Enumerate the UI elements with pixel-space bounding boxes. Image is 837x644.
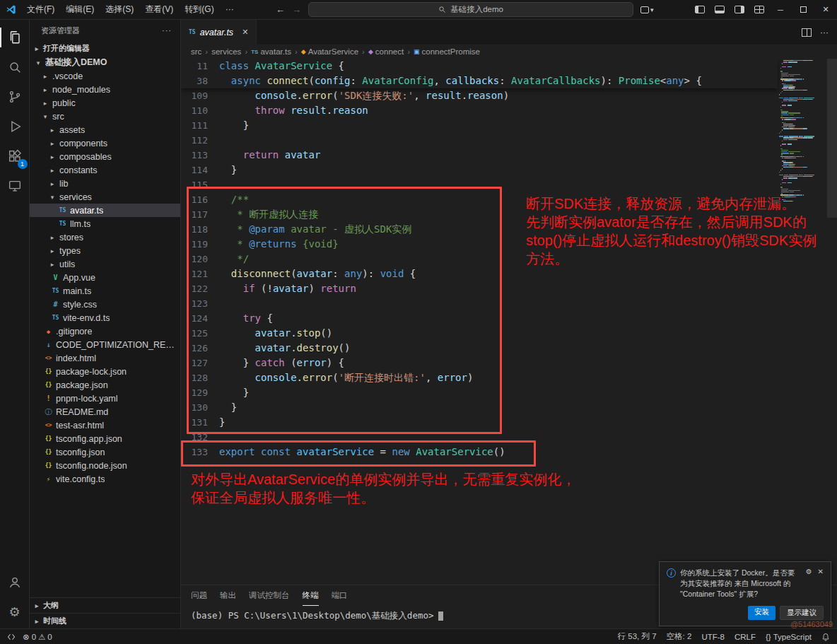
show-recommendations-button[interactable]: 显示建议 bbox=[780, 606, 824, 620]
maximize-button[interactable] bbox=[792, 0, 814, 19]
tree-item-composables[interactable]: ▸composables bbox=[30, 150, 180, 163]
breadcrumb-avatar.ts[interactable]: TSavatar.ts bbox=[251, 47, 291, 56]
tree-item-src[interactable]: ▾src bbox=[30, 110, 180, 123]
tree-item-tsconfig.app.json[interactable]: {}tsconfig.app.json bbox=[30, 432, 180, 445]
tree-item-App.vue[interactable]: VApp.vue bbox=[30, 271, 180, 284]
editor-scrollbar[interactable] bbox=[827, 59, 837, 585]
activity-search[interactable] bbox=[0, 52, 30, 82]
breadcrumb-services[interactable]: services bbox=[211, 47, 241, 56]
tree-item-llm.ts[interactable]: TSllm.ts bbox=[30, 217, 180, 230]
notification-gear-icon[interactable]: ⚙ bbox=[806, 568, 812, 575]
tree-item-components[interactable]: ▸components bbox=[30, 136, 180, 150]
tree-item-types[interactable]: ▸types bbox=[30, 244, 180, 257]
close-window-button[interactable]: ✕ bbox=[814, 0, 837, 19]
tree-item-tsconfig.node.json[interactable]: {}tsconfig.node.json bbox=[30, 459, 180, 472]
outline-section[interactable]: ▸ 大纲 bbox=[30, 597, 180, 613]
tree-item-基础接入DEMO[interactable]: ▾基础接入DEMO bbox=[30, 56, 180, 69]
tree-label: vite-env.d.ts bbox=[63, 313, 110, 323]
timeline-section[interactable]: ▸ 时间线 bbox=[30, 613, 180, 628]
menubar-item-转到(G)[interactable]: 转到(G) bbox=[179, 0, 219, 19]
breadcrumb-AvatarService[interactable]: ◆AvatarService bbox=[301, 47, 358, 56]
code-text bbox=[219, 133, 837, 148]
menubar-item-查看(V)[interactable]: 查看(V) bbox=[139, 0, 179, 19]
toggle-panel-icon[interactable] bbox=[715, 6, 725, 13]
tree-item-vite.config.ts[interactable]: ⚡vite.config.ts bbox=[30, 472, 180, 486]
toggle-secondary-sidebar-icon[interactable] bbox=[734, 6, 744, 13]
minimize-button[interactable]: ─ bbox=[769, 0, 792, 19]
tree-item-README.md[interactable]: ⓘREADME.md bbox=[30, 405, 180, 418]
breadcrumb-connectPromise[interactable]: ▣connectPromise bbox=[414, 47, 480, 56]
status-空格: 2[interactable]: 空格: 2 bbox=[667, 631, 692, 642]
menubar-item-选择(S)[interactable]: 选择(S) bbox=[100, 0, 139, 19]
customize-layout-icon[interactable] bbox=[754, 6, 764, 13]
tree-item-package-lock.json[interactable]: {}package-lock.json bbox=[30, 365, 180, 378]
tree-item-assets[interactable]: ▸assets bbox=[30, 123, 180, 136]
tree-item-lib[interactable]: ▸lib bbox=[30, 177, 180, 190]
tree-label: main.ts bbox=[63, 286, 91, 296]
problems-status[interactable]: ⊗ 0 ⚠ 0 bbox=[23, 632, 52, 642]
tree-item-node_modules[interactable]: ▸node_modules bbox=[30, 83, 180, 96]
notification-close-icon[interactable]: ✕ bbox=[818, 568, 824, 575]
command-center-search[interactable]: 基础接入demo bbox=[308, 2, 633, 17]
panel-tab-问题[interactable]: 问题 bbox=[191, 585, 207, 606]
tree-item-pnpm-lock.yaml[interactable]: !pnpm-lock.yaml bbox=[30, 392, 180, 405]
tab-avatar-ts[interactable]: TS avatar.ts ✕ bbox=[181, 20, 257, 45]
panel-tab-调试控制台[interactable]: 调试控制台 bbox=[249, 585, 290, 606]
tree-item-test-asr.html[interactable]: <>test-asr.html bbox=[30, 418, 180, 432]
toggle-sidebar-icon[interactable] bbox=[695, 6, 705, 13]
panel-tab-端口[interactable]: 端口 bbox=[332, 585, 348, 606]
menu-bar: 文件(F)编辑(E)选择(S)查看(V)转到(G)··· bbox=[21, 0, 240, 19]
menubar-item-编辑(E)[interactable]: 编辑(E) bbox=[60, 0, 100, 19]
tree-item-utils[interactable]: ▸utils bbox=[30, 257, 180, 271]
tree-item-constants[interactable]: ▸constants bbox=[30, 163, 180, 177]
minimap[interactable] bbox=[779, 60, 827, 202]
tree-item-public[interactable]: ▸public bbox=[30, 96, 180, 110]
tree-item-.gitignore[interactable]: ◆.gitignore bbox=[30, 324, 180, 338]
line-number: 38 bbox=[181, 74, 219, 88]
tree-item-avatar.ts[interactable]: TSavatar.ts bbox=[30, 204, 180, 217]
chevron-down-icon: ▾ bbox=[48, 194, 57, 201]
split-editor-icon[interactable] bbox=[802, 28, 812, 37]
install-button[interactable]: 安装 bbox=[748, 606, 775, 620]
sidebar-more-icon[interactable]: ··· bbox=[162, 26, 172, 35]
panel-tab-终端[interactable]: 终端 bbox=[303, 585, 319, 606]
status-UTF-8[interactable]: UTF-8 bbox=[701, 633, 725, 641]
menubar-item-···[interactable]: ··· bbox=[220, 0, 240, 19]
status-行 53, 列 7[interactable]: 行 53, 列 7 bbox=[618, 631, 657, 642]
activity-extensions[interactable]: 1 bbox=[0, 141, 30, 171]
tab-close-icon[interactable]: ✕ bbox=[242, 28, 248, 37]
tree-item-style.css[interactable]: #style.css bbox=[30, 298, 180, 311]
status-CRLF[interactable]: CRLF bbox=[734, 633, 756, 641]
code-line-112: 112 bbox=[181, 133, 837, 148]
panel-tab-输出[interactable]: 输出 bbox=[220, 585, 236, 606]
editor-more-icon[interactable]: ··· bbox=[820, 28, 829, 37]
forward-arrow-icon[interactable]: → bbox=[292, 4, 301, 15]
tree-item-.vscode[interactable]: ▸.vscode bbox=[30, 69, 180, 83]
breadcrumb-connect[interactable]: ◆connect bbox=[368, 47, 404, 56]
status-{} TypeScript[interactable]: {} TypeScript bbox=[766, 633, 812, 641]
window-controls: ─ ✕ bbox=[690, 0, 837, 19]
tree-item-index.html[interactable]: <>index.html bbox=[30, 351, 180, 365]
open-editors-section[interactable]: ▸ 打开的编辑器 bbox=[30, 41, 180, 56]
activity-explorer[interactable] bbox=[0, 23, 30, 52]
remote-icon[interactable] bbox=[7, 633, 16, 641]
tree-item-package.json[interactable]: {}package.json bbox=[30, 378, 180, 392]
tree-item-services[interactable]: ▾services bbox=[30, 190, 180, 204]
activity-run-debug[interactable] bbox=[0, 112, 30, 141]
copilot-dropdown-icon[interactable]: ▾ bbox=[640, 6, 654, 13]
activity-accounts[interactable] bbox=[0, 568, 30, 597]
notifications-bell-icon[interactable] bbox=[821, 633, 830, 641]
activity-remote-explorer[interactable] bbox=[0, 171, 30, 201]
back-arrow-icon[interactable]: ← bbox=[276, 4, 285, 15]
menubar-item-文件(F)[interactable]: 文件(F) bbox=[21, 0, 60, 19]
breadcrumb-src[interactable]: src bbox=[191, 47, 201, 56]
tree-item-stores[interactable]: ▸stores bbox=[30, 230, 180, 244]
activity-source-control[interactable] bbox=[0, 82, 30, 112]
activity-settings-gear[interactable]: ⚙ bbox=[0, 597, 30, 627]
tree-label: index.html bbox=[56, 353, 96, 363]
tree-item-CODE_OPTIMIZATION_REPORT.md[interactable]: ↓CODE_OPTIMIZATION_REPORT.md bbox=[30, 338, 180, 351]
tree-item-vite-env.d.ts[interactable]: TSvite-env.d.ts bbox=[30, 311, 180, 324]
tree-item-tsconfig.json[interactable]: {}tsconfig.json bbox=[30, 445, 180, 459]
tree-item-main.ts[interactable]: TSmain.ts bbox=[30, 284, 180, 298]
code-editor[interactable]: 109 console.error('SDK连接失败:', result.rea… bbox=[181, 59, 837, 585]
